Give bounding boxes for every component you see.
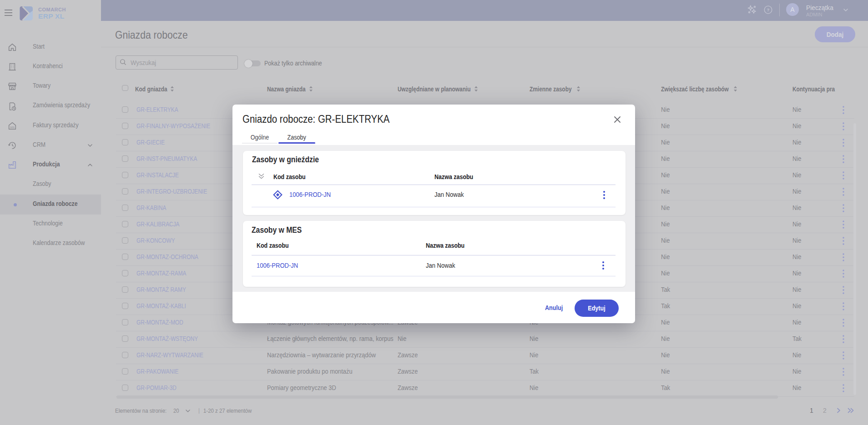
svg-text:101: 101 (10, 126, 15, 129)
svg-text:?: ? (767, 7, 770, 12)
